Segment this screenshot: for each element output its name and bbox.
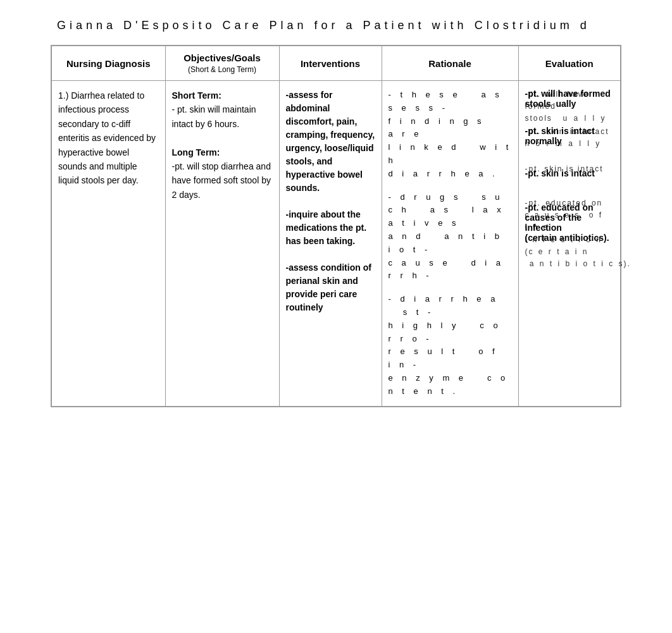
eval-section: -pt. will have formedstools u a l l y -p… [525, 89, 614, 238]
header-nursing: Nursing Diagnosis [51, 46, 165, 81]
nursing-text: 1.) Diarrhea related to infectious proce… [58, 89, 159, 188]
rationale-block: - t h e s e a s s e s s - f i n d i n g … [389, 89, 512, 398]
care-plan-table: Nursing Diagnosis Objectives/Goals (Shor… [51, 45, 621, 407]
nursing-diagnosis-cell: 1.) Diarrhea related to infectious proce… [51, 81, 165, 407]
header-evaluation: Evaluation [518, 46, 621, 81]
rationale-cell: - t h e s e a s s e s s - f i n d i n g … [382, 81, 518, 407]
objectives-text: Short Term: - pt. skin will maintain int… [172, 89, 273, 202]
evaluation-cell: -pt. will have formedstools u a l l y -p… [518, 81, 621, 407]
objectives-cell: Short Term: - pt. skin will maintain int… [165, 81, 279, 407]
table-row: 1.) Diarrhea related to infectious proce… [51, 81, 621, 407]
header-interventions: Interventions [279, 46, 382, 81]
header-objectives: Objectives/Goals (Short & Long Term) [165, 46, 279, 81]
page-title: Gianna D'Esposito Care Plan for a Patien… [0, 0, 672, 45]
header-rationale: Rationale [382, 46, 518, 81]
interventions-text: -assess for abdominal discomfort, pain, … [286, 89, 375, 314]
interventions-cell: -assess for abdominal discomfort, pain, … [279, 81, 382, 407]
